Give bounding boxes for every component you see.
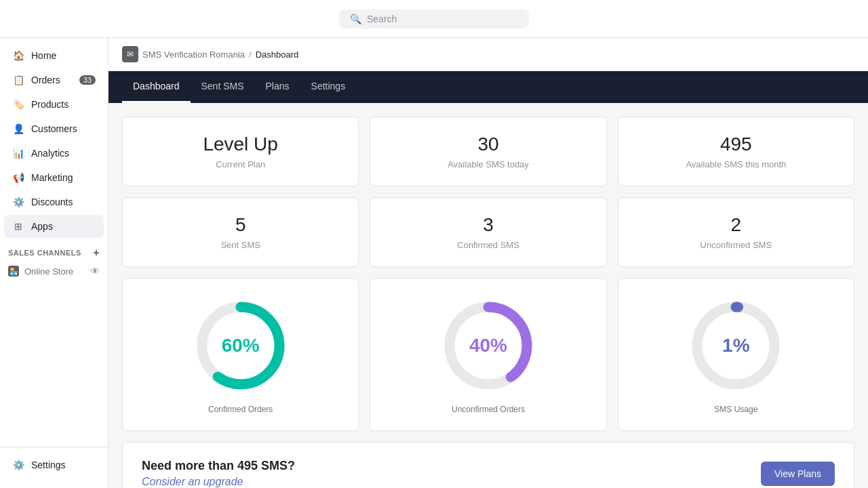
donut-unconfirmed-percent: 40%	[469, 335, 507, 357]
upgrade-banner: Need more than 495 SMS? Consider an upgr…	[122, 442, 854, 488]
sidebar-bottom: ⚙️ Settings	[0, 447, 108, 483]
view-plans-button[interactable]: View Plans	[761, 462, 835, 486]
search-bar[interactable]: 🔍 Search	[339, 9, 529, 28]
sidebar-label-discounts: Discounts	[31, 197, 73, 207]
sidebar-label-products: Products	[31, 99, 68, 110]
chart-unconfirmed-orders: 40% Unconfirmed Orders	[370, 278, 606, 431]
stat-unconfirmed-sms: 2 Unconfirmed SMS	[618, 197, 854, 267]
main-layout: 🏠 Home 📋 Orders 33 🏷️ Products 👤 Custome…	[0, 38, 868, 488]
home-icon: 🏠	[12, 49, 24, 62]
tab-sent-sms[interactable]: Sent SMS	[191, 71, 255, 103]
sidebar-label-customers: Customers	[31, 123, 77, 134]
donut-usage-sublabel: SMS Usage	[714, 405, 757, 414]
upgrade-title: Need more than 495 SMS?	[142, 459, 295, 473]
stat-sms-month-value: 495	[635, 134, 837, 155]
apps-icon: ⊞	[12, 220, 24, 232]
add-sales-channel-icon[interactable]: +	[93, 247, 100, 259]
stat-sent-sms: 5 Sent SMS	[122, 197, 359, 267]
stat-current-plan: Level Up Current Plan	[122, 117, 359, 186]
dashboard-content: Level Up Current Plan 30 Available SMS t…	[108, 103, 868, 488]
stat-sent-value: 5	[139, 214, 342, 236]
stat-plan-value: Level Up	[139, 134, 342, 155]
search-icon: 🔍	[350, 14, 361, 24]
online-store-label: Online Store	[24, 266, 73, 277]
sidebar-label-apps: Apps	[31, 221, 53, 232]
online-store-eye-icon[interactable]: 👁	[90, 266, 100, 277]
search-placeholder: Search	[367, 14, 397, 24]
breadcrumb-separator: /	[249, 49, 252, 60]
donut-unconfirmed: 40%	[437, 295, 539, 396]
stats-row-2: 5 Sent SMS 3 Confirmed SMS 2 Unconfirmed…	[122, 197, 854, 267]
stat-confirmed-sms: 3 Confirmed SMS	[370, 197, 606, 267]
stat-confirmed-value: 3	[387, 214, 589, 236]
stat-sms-month-label: Available SMS this month	[635, 159, 837, 169]
sidebar-label-settings: Settings	[31, 460, 66, 470]
sidebar-label-orders: Orders	[31, 75, 60, 85]
tab-bar: Dashboard Sent SMS Plans Settings	[108, 71, 868, 103]
sales-channels-section: SALES CHANNELS +	[0, 239, 108, 262]
customers-icon: 👤	[12, 123, 24, 135]
stat-plan-label: Current Plan	[139, 159, 342, 169]
donut-confirmed-sublabel: Confirmed Orders	[208, 405, 273, 414]
sidebar-label-marketing: Marketing	[31, 172, 73, 183]
upgrade-text: Need more than 495 SMS? Consider an upgr…	[142, 459, 295, 488]
topbar: 🔍 Search	[0, 0, 868, 38]
sidebar-item-online-store[interactable]: 🏪 Online Store 👁	[0, 262, 108, 281]
sidebar-item-products[interactable]: 🏷️ Products	[4, 93, 104, 116]
donut-usage: 1%	[685, 295, 787, 396]
sidebar-item-orders[interactable]: 📋 Orders 33	[4, 68, 104, 92]
sidebar-item-settings[interactable]: ⚙️ Settings	[4, 453, 104, 476]
sidebar-label-analytics: Analytics	[31, 148, 69, 159]
donut-confirmed-percent: 60%	[222, 335, 260, 357]
orders-badge: 33	[79, 75, 96, 85]
analytics-icon: 📊	[12, 147, 24, 159]
stat-confirmed-label: Confirmed SMS	[387, 240, 589, 250]
donut-confirmed-label: 60%	[222, 335, 260, 357]
stats-row-1: Level Up Current Plan 30 Available SMS t…	[122, 117, 854, 186]
chart-confirmed-orders: 60% Confirmed Orders	[122, 278, 359, 431]
donut-usage-percent: 1%	[722, 335, 749, 357]
sidebar-item-marketing[interactable]: 📢 Marketing	[4, 166, 104, 189]
marketing-icon: 📢	[12, 171, 24, 184]
tab-settings[interactable]: Settings	[300, 71, 357, 103]
stat-sms-today-value: 30	[387, 134, 589, 155]
donut-unconfirmed-sublabel: Unconfirmed Orders	[452, 405, 525, 414]
stat-unconfirmed-label: Unconfirmed SMS	[635, 240, 837, 250]
breadcrumb: ✉ SMS Verification Romania / Dashboard	[108, 38, 868, 71]
sidebar: 🏠 Home 📋 Orders 33 🏷️ Products 👤 Custome…	[0, 38, 108, 488]
tab-plans[interactable]: Plans	[255, 71, 300, 103]
discounts-icon: ⚙️	[12, 196, 24, 208]
orders-icon: 📋	[12, 74, 24, 86]
settings-icon: ⚙️	[12, 459, 24, 471]
upgrade-subtitle: Consider an upgrade	[142, 476, 295, 488]
sidebar-item-discounts[interactable]: ⚙️ Discounts	[4, 190, 104, 214]
stat-sms-month: 495 Available SMS this month	[618, 117, 854, 186]
sidebar-item-customers[interactable]: 👤 Customers	[4, 117, 104, 140]
breadcrumb-app-name: SMS Verification Romania	[142, 49, 245, 60]
stat-unconfirmed-value: 2	[635, 214, 837, 236]
sidebar-item-home[interactable]: 🏠 Home	[4, 44, 104, 67]
sidebar-label-home: Home	[31, 50, 56, 61]
breadcrumb-current: Dashboard	[256, 49, 299, 60]
stat-sent-label: Sent SMS	[139, 240, 342, 250]
main-content: ✉ SMS Verification Romania / Dashboard D…	[108, 38, 868, 488]
charts-row: 60% Confirmed Orders 40%	[122, 278, 854, 431]
chart-sms-usage: 1% SMS Usage	[618, 278, 854, 431]
sidebar-item-apps[interactable]: ⊞ Apps	[4, 215, 104, 238]
stat-sms-today-label: Available SMS today	[387, 159, 589, 169]
sales-channels-label: SALES CHANNELS	[8, 249, 81, 257]
online-store-icon: 🏪	[8, 266, 19, 277]
sidebar-item-analytics[interactable]: 📊 Analytics	[4, 142, 104, 165]
tab-dashboard[interactable]: Dashboard	[122, 71, 191, 103]
stat-sms-today: 30 Available SMS today	[370, 117, 606, 186]
donut-unconfirmed-label: 40%	[469, 335, 507, 357]
products-icon: 🏷️	[12, 98, 24, 110]
donut-usage-label: 1%	[722, 335, 749, 357]
app-breadcrumb-icon: ✉	[122, 46, 138, 62]
donut-confirmed: 60%	[190, 295, 292, 396]
